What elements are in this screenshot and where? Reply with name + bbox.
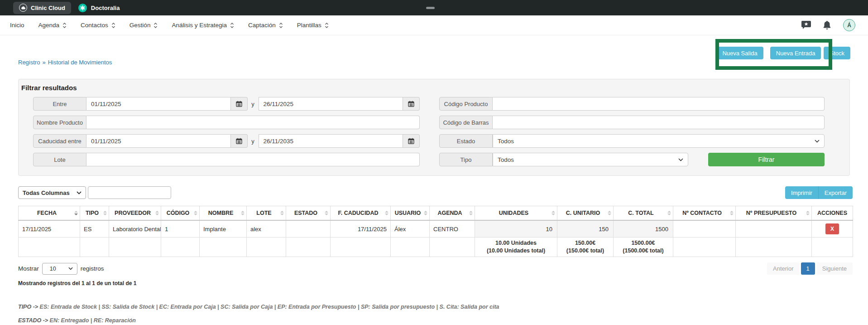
tipo-legend-text: ES: Entrada de Stock | SS: Salida de Sto…	[38, 304, 499, 310]
doctoralia-logo[interactable]: Doctoralia	[78, 4, 120, 12]
clinic-cloud-logo[interactable]: Clinic Cloud	[13, 2, 71, 14]
col-header-n-contacto[interactable]: Nº CONTACTO	[673, 206, 736, 221]
exportar-button[interactable]: Exportar	[819, 186, 853, 199]
main-nav: Inicio Agenda Contactos Gestión Análisis…	[0, 15, 868, 35]
sort-icon	[806, 211, 810, 215]
pagination: Anterior 1 Siguiente	[767, 262, 853, 275]
tipo-select-value: Todos	[498, 156, 514, 163]
imprimir-button[interactable]: Imprimir	[785, 186, 819, 199]
cell-tipo: ES	[80, 220, 109, 238]
entre-to-input[interactable]	[259, 97, 403, 111]
col-header-proveedor[interactable]: PROVEEDOR	[109, 206, 161, 221]
codigo-barras-input[interactable]	[493, 116, 825, 129]
breadcrumb: Registro»Historial de Movimientos	[18, 59, 853, 66]
caducidad-to-input[interactable]	[259, 134, 403, 148]
nav-item-captacion[interactable]: Captación	[248, 22, 283, 29]
clinic-cloud-label: Clinic Cloud	[31, 5, 65, 11]
chevron-down-icon	[815, 140, 820, 143]
tipo-select[interactable]: Todos	[493, 153, 688, 166]
nav-label: Gestión	[129, 22, 151, 29]
stock-actions: Nueva Salida Nueva Entrada Stock	[716, 47, 850, 59]
col-header-agenda[interactable]: AGENDA	[430, 206, 475, 221]
columns-select[interactable]: Todas Columnas	[18, 186, 86, 199]
chevron-updown-icon	[279, 22, 283, 29]
col-header-usuario[interactable]: USUARIO	[391, 206, 430, 221]
col-header-f-caducidad[interactable]: F. CADUCIDAD	[331, 206, 391, 221]
filtrar-button[interactable]: Filtrar	[708, 153, 825, 166]
col-header-estado[interactable]: ESTADO	[286, 206, 331, 221]
anterior-button[interactable]: Anterior	[767, 262, 800, 275]
chevron-down-icon	[77, 191, 82, 194]
col-header-unidades[interactable]: UNIDADES	[475, 206, 557, 221]
cell-n-presupuesto	[736, 220, 812, 238]
caducidad-conjunction: y	[248, 134, 259, 148]
codigo-producto-group: Código Producto	[439, 97, 825, 111]
col-header-codigo[interactable]: CÓDIGO	[161, 206, 200, 221]
chevron-updown-icon	[153, 22, 158, 29]
stock-button[interactable]: Stock	[824, 47, 850, 59]
cell-acciones: X	[812, 220, 853, 238]
cell-fecha: 17/11/2025	[19, 220, 80, 238]
chevron-updown-icon	[325, 22, 329, 29]
estado-select-value: Todos	[498, 138, 514, 145]
page-1-button[interactable]: 1	[801, 262, 815, 275]
nav-item-gestion[interactable]: Gestión	[129, 22, 158, 29]
nombre-producto-label: Nombre Producto	[33, 116, 86, 129]
col-header-c-total[interactable]: C. TOTAL	[614, 206, 673, 221]
col-header-fecha[interactable]: FECHA	[19, 206, 80, 221]
cell-estado	[286, 220, 331, 238]
col-header-c-unitario[interactable]: C. UNITARIO	[557, 206, 614, 221]
col-header-nombre[interactable]: NOMBRE	[200, 206, 247, 221]
caducidad-label: Caducidad entre	[33, 134, 86, 148]
col-header-acciones: ACCIONES	[812, 206, 853, 221]
movements-table: FECHA TIPO PROVEEDOR CÓDIGO NOMBRE LOTE …	[18, 206, 853, 257]
columns-select-value: Todas Columnas	[23, 189, 70, 196]
breadcrumb-historial-link[interactable]: Historial de Movimientos	[48, 59, 112, 66]
chat-star-icon[interactable]	[801, 21, 811, 29]
breadcrumb-separator: »	[42, 59, 45, 66]
nav-item-inicio[interactable]: Inicio	[10, 22, 24, 29]
nav-item-agenda[interactable]: Agenda	[38, 22, 67, 29]
codigo-producto-input[interactable]	[493, 97, 825, 111]
entre-label: Entre	[33, 97, 86, 111]
breadcrumb-registro-link[interactable]: Registro	[18, 59, 40, 66]
doctoralia-star-icon	[78, 4, 87, 12]
nav-item-analisis-y-estrategia[interactable]: Análisis y Estrategia	[172, 22, 234, 29]
table-controls: Todas Columnas Imprimir Exportar	[18, 186, 853, 199]
siguiente-button[interactable]: Siguiente	[816, 262, 853, 275]
estado-select[interactable]: Todos	[493, 134, 825, 148]
sort-icon	[608, 211, 611, 215]
calendar-icon[interactable]	[231, 134, 248, 148]
col-header-n-presupuesto[interactable]: Nº PRESUPUESTO	[736, 206, 812, 221]
caducidad-from-input[interactable]	[86, 134, 231, 148]
entre-from-input[interactable]	[86, 97, 231, 111]
tipo-group: Tipo Todos	[439, 153, 688, 166]
table-search-input[interactable]	[88, 186, 171, 199]
nav-item-contactos[interactable]: Contactos	[81, 22, 115, 29]
entre-date-group: Entre y	[33, 97, 420, 111]
nueva-entrada-button[interactable]: Nueva Entrada	[770, 47, 821, 59]
nav-item-plantillas[interactable]: Plantillas	[297, 22, 329, 29]
top-bar: Clinic Cloud Doctoralia	[0, 0, 868, 15]
nav-label: Agenda	[38, 22, 60, 29]
col-header-tipo[interactable]: TIPO	[80, 206, 109, 221]
sort-icon	[385, 211, 388, 215]
nombre-producto-input[interactable]	[86, 116, 420, 129]
nueva-salida-button[interactable]: Nueva Salida	[716, 47, 763, 59]
col-header-lote[interactable]: LOTE	[247, 206, 286, 221]
page-size-select[interactable]: 10	[42, 263, 77, 275]
calendar-icon[interactable]	[231, 97, 248, 111]
cloud-icon	[19, 4, 27, 12]
bell-icon[interactable]	[823, 21, 831, 30]
calendar-icon[interactable]	[403, 97, 420, 111]
estado-group: Estado Todos	[439, 134, 825, 148]
chevron-updown-icon	[62, 22, 67, 29]
chevron-down-icon	[678, 158, 683, 161]
delete-row-button[interactable]: X	[825, 223, 839, 234]
lote-input[interactable]	[86, 153, 420, 166]
calendar-icon[interactable]	[403, 134, 420, 148]
mostrar-label: Mostrar	[18, 265, 39, 272]
avatar[interactable]: Á	[843, 19, 855, 31]
registros-label: registros	[81, 265, 104, 272]
sort-icon	[424, 211, 427, 215]
